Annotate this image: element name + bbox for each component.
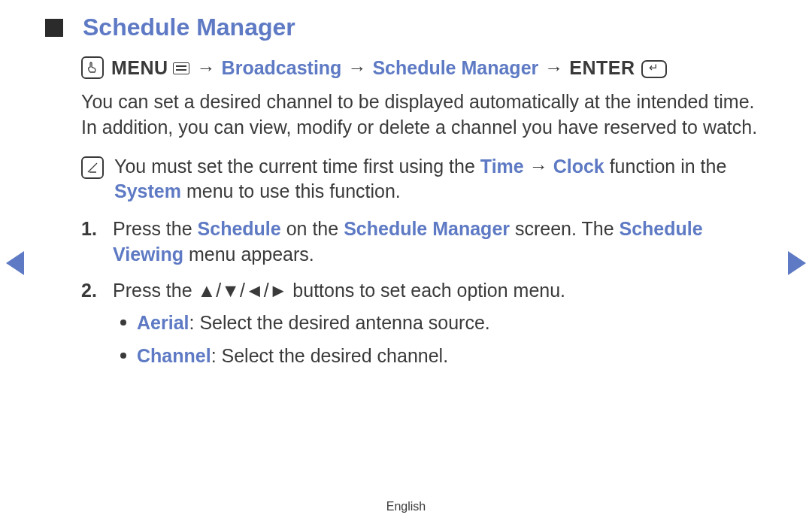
prev-page-arrow[interactable] [6,251,24,275]
title-row: Schedule Manager [45,14,767,41]
remote-press-icon [81,56,104,79]
intro-paragraph: You can set a desired channel to be disp… [81,89,767,141]
page-content: Schedule Manager MENU → Broadcasting → S… [0,0,812,369]
direction-buttons-text: ▲/▼/◄/► [198,280,288,301]
channel-label: Channel [137,345,211,366]
bullet-aerial: Aerial: Select the desired antenna sourc… [120,310,565,336]
path-schedule-manager: Schedule Manager [372,57,538,79]
bullet-dot-icon [120,353,126,359]
step-2-body: Press the ▲/▼/◄/► buttons to set each op… [113,278,565,369]
note-pre: You must set the current time first usin… [114,156,480,177]
note-row: You must set the current time first usin… [81,154,767,205]
note-text: You must set the current time first usin… [114,154,767,205]
s1-mid2: screen. The [510,218,619,239]
step-2-bullets: Aerial: Select the desired antenna sourc… [113,310,565,369]
page-title: Schedule Manager [83,14,295,41]
step-number: 2. [81,278,101,369]
path-arrow: → [347,57,366,79]
s1-schedule: Schedule [198,218,281,239]
step-1-body: Press the Schedule on the Schedule Manag… [113,217,767,268]
s2-pre: Press the [113,280,198,301]
step-number: 1. [81,217,101,268]
menu-button-icon [173,62,189,74]
channel-line: Channel: Select the desired channel. [137,344,448,369]
menu-label: MENU [111,57,168,79]
note-arrow: → [524,156,553,177]
note-icon [81,156,104,179]
note-post: menu to use this function. [181,180,401,201]
step-1: 1. Press the Schedule on the Schedule Ma… [81,217,767,268]
aerial-label: Aerial [137,312,189,333]
path-arrow: → [197,57,216,79]
s1-mid1: on the [281,218,344,239]
s1-schedule-manager: Schedule Manager [344,218,510,239]
aerial-line: Aerial: Select the desired antenna sourc… [137,310,490,336]
s1-post: menu appears. [183,244,314,265]
enter-button-icon [641,60,667,78]
step-2: 2. Press the ▲/▼/◄/► buttons to set each… [81,278,767,369]
note-clock: Clock [553,156,604,177]
path-broadcasting: Broadcasting [222,57,342,79]
path-arrow: → [544,57,563,79]
footer-language: English [0,500,812,513]
s2-post: buttons to set each option menu. [287,280,565,301]
aerial-text: : Select the desired antenna source. [189,312,489,333]
title-bullet-icon [45,19,63,37]
note-system: System [114,180,181,201]
note-time: Time [480,156,524,177]
ordered-steps: 1. Press the Schedule on the Schedule Ma… [81,217,767,369]
next-page-arrow[interactable] [788,251,806,275]
channel-text: : Select the desired channel. [211,345,448,366]
enter-label: ENTER [569,57,635,79]
note-mid: function in the [604,156,727,177]
s1-pre: Press the [113,218,198,239]
menu-path: MENU → Broadcasting → Schedule Manager →… [81,56,767,79]
bullet-dot-icon [120,320,126,326]
bullet-channel: Channel: Select the desired channel. [120,344,565,369]
